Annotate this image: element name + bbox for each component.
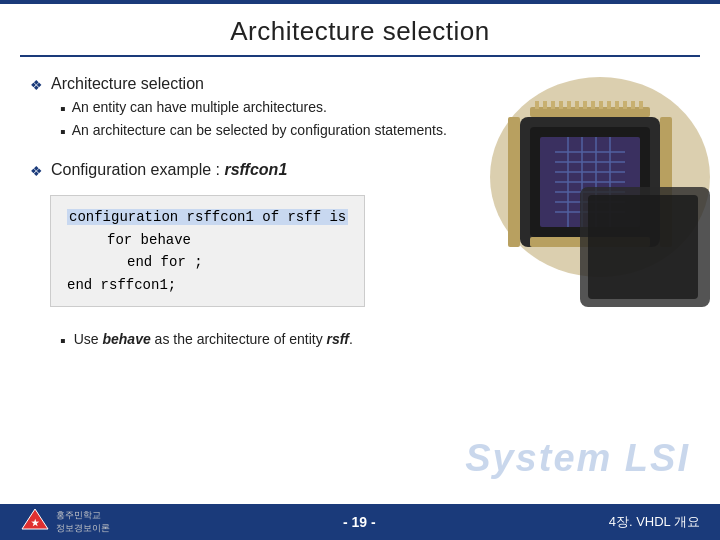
list-item-text: An architecture can be selected by confi…	[72, 122, 447, 138]
svg-text:★: ★	[31, 518, 40, 528]
code-block: configuration rsffcon1 of rsff is for be…	[50, 195, 365, 307]
title-area: Architecture selection	[20, 4, 700, 57]
section-config: ❖ Configuration example : rsffcon1 confi…	[30, 161, 690, 350]
main-content: ❖ Architecture selection ▪ An entity can…	[0, 57, 720, 350]
use-text: Use behave as the architecture of entity…	[74, 331, 353, 347]
use-suffix: .	[349, 331, 353, 347]
logo-icon: ★	[20, 507, 50, 537]
page-title: Architecture selection	[20, 16, 700, 47]
section2-prefix: Configuration example :	[51, 161, 224, 178]
use-behave: behave	[102, 331, 150, 347]
chapter-label: 4장. VHDL 개요	[609, 513, 700, 531]
list-item-text: An entity can have multiple architecture…	[72, 99, 327, 115]
section1-title: Architecture selection	[51, 75, 204, 93]
use-statement: ▪ Use behave as the architecture of enti…	[60, 331, 690, 350]
bottom-bar: ★ 홍주민학교 정보경보이론 - 19 - 4장. VHDL 개요	[0, 504, 720, 540]
code-line1: configuration rsffcon1 of rsff is	[67, 206, 348, 228]
watermark: System LSI	[465, 437, 690, 480]
section2-header: ❖ Configuration example : rsffcon1	[30, 161, 690, 179]
use-bullet: ▪	[60, 331, 66, 350]
code-line4: end rsffcon1;	[67, 274, 348, 296]
logo-text: 홍주민학교 정보경보이론	[56, 509, 110, 535]
use-middle: as the architecture of entity	[151, 331, 327, 347]
bullet1: ❖	[30, 77, 43, 93]
section1-list: ▪ An entity can have multiple architectu…	[60, 99, 690, 141]
page: Architecture selection	[0, 0, 720, 540]
logo-line2: 정보경보이론	[56, 522, 110, 535]
section1-header: ❖ Architecture selection	[30, 75, 690, 93]
sub-bullet-icon: ▪	[60, 99, 66, 118]
logo-area: ★ 홍주민학교 정보경보이론	[20, 507, 110, 537]
section2-italic: rsffcon1	[224, 161, 287, 178]
code-line3: end for ;	[127, 251, 348, 273]
section-architecture: ❖ Architecture selection ▪ An entity can…	[30, 75, 690, 141]
page-number: - 19 -	[343, 514, 376, 530]
section2-title: Configuration example : rsffcon1	[51, 161, 287, 179]
list-item: ▪ An entity can have multiple architectu…	[60, 99, 690, 118]
bullet2: ❖	[30, 163, 43, 179]
use-prefix: Use	[74, 331, 103, 347]
use-rsff: rsff	[327, 331, 349, 347]
code-line2: for behave	[107, 229, 348, 251]
logo-line1: 홍주민학교	[56, 509, 110, 522]
list-item: ▪ An architecture can be selected by con…	[60, 122, 690, 141]
sub-bullet-icon: ▪	[60, 122, 66, 141]
code-highlight: configuration rsffcon1 of rsff is	[67, 209, 348, 225]
